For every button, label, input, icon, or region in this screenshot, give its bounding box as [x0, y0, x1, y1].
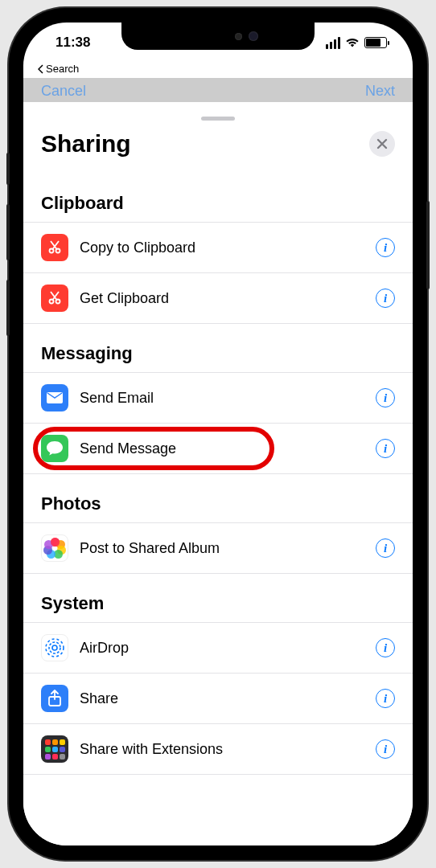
- section-title: Clipboard: [23, 174, 413, 222]
- section-title: System: [23, 574, 413, 622]
- side-buttons-left: [6, 153, 10, 355]
- next-button[interactable]: Next: [365, 83, 395, 102]
- sheet-title: Sharing: [41, 130, 131, 158]
- info-button[interactable]: i: [376, 689, 395, 708]
- sharing-sheet: Sharing Clipboard Copy to Clipboard i: [23, 109, 413, 845]
- info-button[interactable]: i: [376, 739, 395, 759]
- info-button[interactable]: i: [376, 238, 395, 257]
- svg-point-0: [50, 249, 54, 253]
- row-label: Post to Shared Album: [80, 540, 376, 557]
- svg-point-6: [49, 642, 60, 653]
- section-messaging: Messaging Send Email i Send Message i: [23, 324, 413, 474]
- extensions-grid-icon: [41, 735, 68, 763]
- section-title: Messaging: [23, 324, 413, 372]
- row-label: Send Email: [80, 390, 376, 407]
- screen: 11:38 Search Cancel Next Sharing: [23, 23, 413, 845]
- scissors-icon: [41, 234, 68, 261]
- share-arrow-icon: [41, 685, 68, 712]
- photos-flower-icon: [41, 534, 68, 562]
- info-button[interactable]: i: [376, 388, 395, 407]
- notch: [121, 23, 315, 50]
- cellular-signal-icon: [326, 37, 340, 49]
- row-copy-to-clipboard[interactable]: Copy to Clipboard i: [23, 222, 413, 272]
- section-photos: Photos Post t: [23, 474, 413, 574]
- message-bubble-icon: [41, 435, 68, 462]
- cancel-button[interactable]: Cancel: [41, 83, 86, 102]
- row-share[interactable]: Share i: [23, 673, 413, 723]
- row-post-shared-album[interactable]: Post to Shared Album i: [23, 522, 413, 574]
- battery-icon: [364, 37, 387, 48]
- section-system: System AirDrop i Share i: [23, 574, 413, 775]
- row-get-clipboard[interactable]: Get Clipboard i: [23, 272, 413, 324]
- status-time: 11:38: [46, 35, 90, 51]
- row-airdrop[interactable]: AirDrop i: [23, 622, 413, 673]
- close-icon: [376, 138, 388, 149]
- info-button[interactable]: i: [376, 439, 395, 458]
- row-label: Share: [80, 690, 376, 707]
- row-label: Copy to Clipboard: [80, 240, 376, 256]
- sheet-grabber[interactable]: [201, 117, 235, 121]
- svg-point-5: [52, 645, 57, 650]
- row-label: AirDrop: [80, 640, 376, 657]
- back-to-search[interactable]: Search: [23, 63, 413, 78]
- row-share-extensions[interactable]: Share with Extensions i: [23, 723, 413, 775]
- svg-point-2: [50, 300, 54, 304]
- row-label: Share with Extensions: [80, 741, 376, 758]
- svg-point-3: [56, 300, 60, 304]
- section-title: Photos: [23, 474, 413, 522]
- section-clipboard: Clipboard Copy to Clipboard i Get Clipbo…: [23, 174, 413, 324]
- airdrop-icon: [41, 634, 68, 661]
- row-send-message[interactable]: Send Message i: [23, 423, 413, 474]
- envelope-icon: [41, 384, 68, 411]
- side-buttons-right: [426, 201, 430, 309]
- wifi-icon: [345, 37, 360, 48]
- phone-frame: 11:38 Search Cancel Next Sharing: [9, 8, 427, 860]
- back-label: Search: [46, 63, 79, 75]
- close-button[interactable]: [369, 131, 395, 157]
- info-button[interactable]: i: [376, 638, 395, 657]
- row-send-email[interactable]: Send Email i: [23, 372, 413, 423]
- chevron-left-icon: [38, 64, 44, 74]
- row-label: Get Clipboard: [80, 290, 376, 307]
- row-label: Send Message: [80, 440, 376, 457]
- background-modal-nav: Cancel Next: [23, 78, 413, 102]
- info-button[interactable]: i: [376, 538, 395, 558]
- scissors-icon: [41, 285, 68, 312]
- info-button[interactable]: i: [376, 289, 395, 308]
- svg-point-1: [56, 249, 60, 253]
